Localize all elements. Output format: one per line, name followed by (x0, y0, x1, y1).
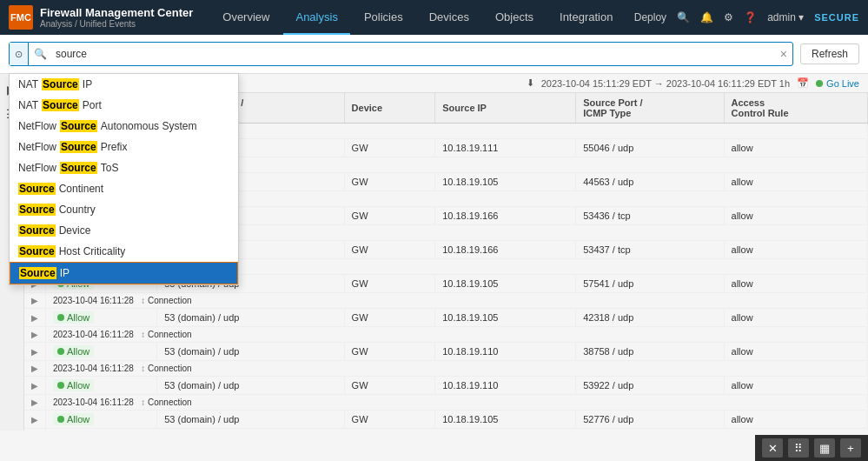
search-icon: 🔍 (29, 48, 52, 60)
row-device: GW (344, 139, 435, 157)
row-dest-port: 53 (domain) / udp (157, 411, 344, 429)
dropdown-item-source-country[interactable]: Source Country (10, 199, 238, 220)
table-row: ▶ Allow 53 (domain) / udp GW 10.18.19.10… (24, 411, 868, 429)
download-icon[interactable]: ⬇ (527, 77, 534, 89)
row-source-ip: 10.18.19.105 (435, 275, 576, 293)
go-live-label: Go Live (826, 78, 859, 89)
row-source-port: 53437 / tcp (576, 241, 724, 259)
row-device: GW (344, 241, 435, 259)
row-timestamp: 2023-10-04 16:11:28 ↕ Connection (46, 429, 868, 431)
col-source-port[interactable]: Source Port /ICMP Type (576, 93, 724, 124)
row-expander[interactable]: ▶ (24, 309, 46, 327)
row-acr: allow (724, 275, 867, 293)
row-dest-port: 53 (domain) / udp (157, 377, 344, 395)
dropdown-item-source-device[interactable]: Source Device (10, 220, 238, 241)
dropdown-item-netflow-source-tos[interactable]: NetFlow Source ToS (10, 157, 238, 178)
gear-icon[interactable]: ⚙ (724, 11, 733, 23)
row-device: GW (344, 207, 435, 225)
search-dropdown: NAT Source IP NAT Source Port NetFlow So… (9, 73, 239, 285)
app-logo: FMC (9, 5, 33, 30)
dropdown-item-nat-source-ip[interactable]: NAT Source IP (10, 74, 238, 95)
table-time-row: ▶ 2023-10-04 16:11:28 ↕ Connection (24, 293, 868, 309)
col-acr[interactable]: AccessControl Rule (724, 93, 867, 124)
row-acr: allow (724, 377, 867, 395)
dropdown-item-source-host-criticality[interactable]: Source Host Criticality (10, 241, 238, 262)
time-expander[interactable]: ▶ (24, 361, 46, 377)
app-title: Firewall Management Center (40, 6, 193, 19)
table-time-row: ▶ 2023-10-04 16:11:28 ↕ Connection (24, 395, 868, 411)
row-source-port: 53922 / udp (576, 377, 724, 395)
row-timestamp: 2023-10-04 16:11:28 ↕ Connection (46, 361, 868, 377)
col-device[interactable]: Device (344, 93, 435, 124)
allow-icon (57, 382, 64, 389)
row-acr: allow (724, 207, 867, 225)
admin-menu[interactable]: admin ▾ (767, 11, 804, 23)
search-nav-icon[interactable]: 🔍 (677, 11, 690, 23)
row-source-port: 52776 / udp (576, 411, 724, 429)
dropdown-item-source-ip[interactable]: Source IP (10, 262, 238, 284)
table-time-row: ▶ 2023-10-04 16:11:28 ↕ Connection (24, 327, 868, 343)
calendar-icon[interactable]: 📅 (797, 77, 809, 89)
search-wrapper: ⊙ 🔍 × (9, 42, 793, 66)
search-row: ⊙ 🔍 × Refresh NAT Source IP NAT Source P… (0, 35, 868, 74)
row-expander[interactable]: ▶ (24, 411, 46, 429)
row-source-ip: 10.18.19.111 (435, 139, 576, 157)
row-source-port: 53436 / tcp (576, 207, 724, 225)
nav-tabs: Overview Analysis Policies Devices Objec… (210, 0, 633, 35)
time-expander[interactable]: ▶ (24, 395, 46, 411)
row-acr: allow (724, 241, 867, 259)
row-acr: allow (724, 309, 867, 327)
row-device: GW (344, 343, 435, 361)
row-action: Allow (46, 309, 157, 327)
allow-icon (57, 416, 64, 423)
time-expander[interactable]: ▶ (24, 327, 46, 343)
row-source-port: 38758 / udp (576, 343, 724, 361)
search-input[interactable] (52, 48, 775, 60)
dropdown-item-source-continent[interactable]: Source Continent (10, 178, 238, 199)
row-source-ip: 10.18.19.166 (435, 241, 576, 259)
dropdown-item-nat-source-port[interactable]: NAT Source Port (10, 95, 238, 116)
tab-integration[interactable]: Integration (547, 0, 625, 35)
time-expander[interactable]: ▶ (24, 429, 46, 431)
dropdown-item-netflow-source-as[interactable]: NetFlow Source Autonomous System (10, 116, 238, 137)
tab-objects[interactable]: Objects (483, 0, 546, 35)
row-source-ip: 10.18.19.105 (435, 173, 576, 191)
col-source-ip[interactable]: Source IP (435, 93, 576, 124)
row-action: Allow (46, 377, 157, 395)
row-acr: allow (724, 139, 867, 157)
row-device: GW (344, 377, 435, 395)
cisco-secure-label: SECURE (814, 12, 859, 23)
row-device: GW (344, 173, 435, 191)
time-expander[interactable]: ▶ (24, 293, 46, 309)
tab-devices[interactable]: Devices (417, 0, 481, 35)
table-time-row: ▶ 2023-10-04 16:11:28 ↕ Connection (24, 429, 868, 431)
row-expander[interactable]: ▶ (24, 343, 46, 361)
row-action: Allow (46, 411, 157, 429)
row-source-ip: 10.18.19.105 (435, 411, 576, 429)
row-acr: allow (724, 411, 867, 429)
row-timestamp: 2023-10-04 16:11:28 ↕ Connection (46, 395, 868, 411)
dropdown-item-netflow-source-prefix[interactable]: NetFlow Source Prefix (10, 137, 238, 157)
row-source-ip: 10.18.19.110 (435, 343, 576, 361)
tab-analysis[interactable]: Analysis (283, 0, 349, 35)
row-device: GW (344, 309, 435, 327)
row-device: GW (344, 411, 435, 429)
row-dest-port: 53 (domain) / udp (157, 343, 344, 361)
top-nav: FMC Firewall Management Center Analysis … (0, 0, 868, 35)
row-source-port: 44563 / udp (576, 173, 724, 191)
help-icon[interactable]: ❓ (744, 11, 757, 23)
row-acr: allow (724, 343, 867, 361)
tab-policies[interactable]: Policies (352, 0, 415, 35)
deploy-button[interactable]: Deploy (634, 11, 666, 23)
alert-icon[interactable]: 🔔 (700, 11, 713, 23)
clear-search-button[interactable]: × (775, 47, 792, 61)
row-source-ip: 10.18.19.110 (435, 377, 576, 395)
nav-right: Deploy 🔍 🔔 ⚙ ❓ admin ▾ SECURE (634, 11, 859, 23)
row-expander[interactable]: ▶ (24, 377, 46, 395)
refresh-button[interactable]: Refresh (800, 43, 859, 64)
tab-overview[interactable]: Overview (210, 0, 282, 35)
table-row: ▶ Allow 53 (domain) / udp GW 10.18.19.10… (24, 309, 868, 327)
row-source-port: 42318 / udp (576, 309, 724, 327)
search-mode-icon: ⊙ (15, 49, 23, 60)
go-live-button[interactable]: Go Live (816, 78, 859, 89)
